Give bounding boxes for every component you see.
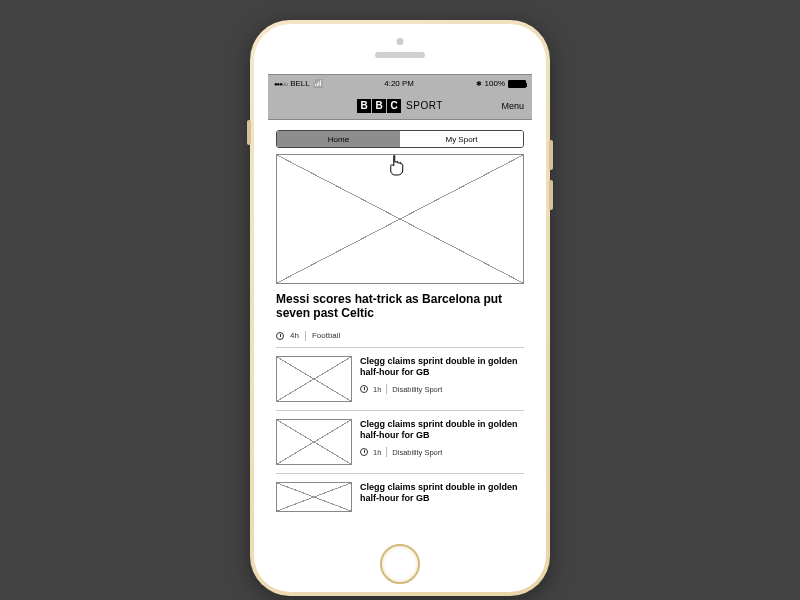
- story-image-placeholder: [276, 356, 352, 402]
- story-headline: Clegg claims sprint double in golden hal…: [360, 419, 524, 442]
- hero-meta: 4h Football: [276, 327, 524, 348]
- wifi-icon: [313, 79, 323, 88]
- tab-home[interactable]: Home: [277, 131, 400, 147]
- hero-image-placeholder[interactable]: [276, 154, 524, 284]
- hero-age: 4h: [290, 331, 299, 340]
- brand-suffix: SPORT: [406, 100, 443, 111]
- meta-separator: [386, 384, 387, 394]
- story-age: 1h: [373, 385, 381, 394]
- story-row[interactable]: Clegg claims sprint double in golden hal…: [276, 411, 524, 474]
- status-bar: BELL 4:20 PM 100%: [268, 74, 532, 92]
- battery-pct: 100%: [485, 79, 505, 88]
- volume-up-button: [549, 140, 553, 170]
- story-image-placeholder: [276, 419, 352, 465]
- phone-speaker: [375, 52, 425, 58]
- story-category[interactable]: Disability Sport: [392, 385, 442, 394]
- volume-down-button: [549, 180, 553, 210]
- clock-icon: [360, 448, 368, 456]
- logo-letter-b1: B: [357, 99, 371, 113]
- tab-my-sport[interactable]: My Sport: [400, 131, 523, 147]
- phone-camera: [397, 38, 404, 45]
- clock-icon: [276, 332, 284, 340]
- status-time: 4:20 PM: [384, 79, 414, 88]
- story-image-placeholder: [276, 482, 352, 512]
- story-category[interactable]: Disability Sport: [392, 448, 442, 457]
- logo-letter-b2: B: [372, 99, 386, 113]
- hero-headline[interactable]: Messi scores hat-trick as Barcelona put …: [276, 292, 524, 321]
- story-row[interactable]: Clegg claims sprint double in golden hal…: [276, 348, 524, 411]
- logo-letter-c: C: [387, 99, 401, 113]
- story-row[interactable]: Clegg claims sprint double in golden hal…: [276, 474, 524, 520]
- menu-button[interactable]: Menu: [501, 101, 524, 111]
- hero-category[interactable]: Football: [312, 331, 340, 340]
- tab-home-label: Home: [328, 135, 349, 144]
- app-header: B B C SPORT Menu: [268, 92, 532, 120]
- bbc-logo: B B C SPORT: [357, 99, 443, 113]
- meta-separator: [386, 447, 387, 457]
- tab-bar: Home My Sport: [276, 130, 524, 148]
- power-button: [247, 120, 251, 145]
- story-headline: Clegg claims sprint double in golden hal…: [360, 482, 524, 505]
- battery-icon: [508, 80, 526, 88]
- story-age: 1h: [373, 448, 381, 457]
- meta-separator: [305, 331, 306, 341]
- screen: BELL 4:20 PM 100% B B C SPORT Menu: [268, 74, 532, 538]
- bluetooth-icon: [476, 79, 482, 88]
- story-headline: Clegg claims sprint double in golden hal…: [360, 356, 524, 379]
- phone-frame: BELL 4:20 PM 100% B B C SPORT Menu: [250, 20, 550, 596]
- carrier-label: BELL: [290, 79, 310, 88]
- tab-my-sport-label: My Sport: [445, 135, 477, 144]
- signal-dots-icon: [274, 79, 287, 88]
- content-area[interactable]: Messi scores hat-trick as Barcelona put …: [268, 154, 532, 520]
- home-button[interactable]: [380, 544, 420, 584]
- clock-icon: [360, 385, 368, 393]
